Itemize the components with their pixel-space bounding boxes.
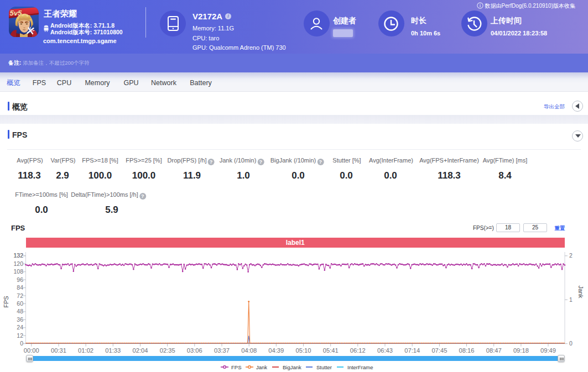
svg-text:02:04: 02:04 [133, 347, 148, 354]
svg-text:BigJank: BigJank [283, 364, 301, 370]
svg-text:05:41: 05:41 [323, 347, 339, 354]
svg-text:06:43: 06:43 [377, 347, 393, 354]
svg-text:Jank: Jank [256, 364, 267, 370]
svg-text:09:49: 09:49 [540, 347, 556, 354]
svg-text:05:10: 05:10 [296, 347, 311, 354]
svg-text:2: 2 [569, 252, 573, 259]
svg-text:0: 0 [569, 340, 573, 347]
svg-text:FPS: FPS [231, 364, 241, 370]
svg-text:04:39: 04:39 [268, 347, 284, 354]
svg-text:FPS: FPS [3, 296, 9, 307]
svg-text:60: 60 [17, 300, 23, 307]
svg-text:04:08: 04:08 [241, 347, 257, 354]
svg-text:48: 48 [17, 308, 23, 315]
svg-text:36: 36 [17, 316, 23, 323]
svg-text:01:02: 01:02 [78, 347, 93, 354]
svg-text:09:18: 09:18 [513, 347, 529, 354]
svg-text:03:37: 03:37 [214, 347, 230, 354]
svg-text:06:12: 06:12 [350, 347, 366, 354]
svg-text:0: 0 [20, 340, 23, 347]
svg-text:00:00: 00:00 [24, 347, 39, 354]
svg-text:Jank: Jank [577, 285, 584, 298]
svg-text:08:47: 08:47 [486, 347, 502, 354]
svg-text:00:31: 00:31 [51, 347, 66, 354]
svg-text:02:35: 02:35 [160, 347, 175, 354]
svg-text:108: 108 [13, 268, 23, 275]
svg-text:120: 120 [13, 260, 23, 267]
svg-text:01:33: 01:33 [105, 347, 121, 354]
svg-text:03:06: 03:06 [187, 347, 202, 354]
svg-text:07:45: 07:45 [431, 347, 447, 354]
svg-text:InterFrame: InterFrame [347, 364, 373, 370]
svg-text:07:14: 07:14 [404, 347, 420, 354]
svg-text:1: 1 [569, 296, 573, 303]
svg-text:24: 24 [17, 324, 23, 331]
svg-text:132: 132 [13, 252, 23, 259]
svg-text:12: 12 [17, 332, 23, 339]
svg-text:Stutter: Stutter [316, 364, 332, 370]
svg-text:84: 84 [17, 284, 23, 291]
svg-text:72: 72 [17, 292, 23, 299]
svg-text:96: 96 [17, 276, 23, 283]
svg-text:08:16: 08:16 [459, 347, 475, 354]
